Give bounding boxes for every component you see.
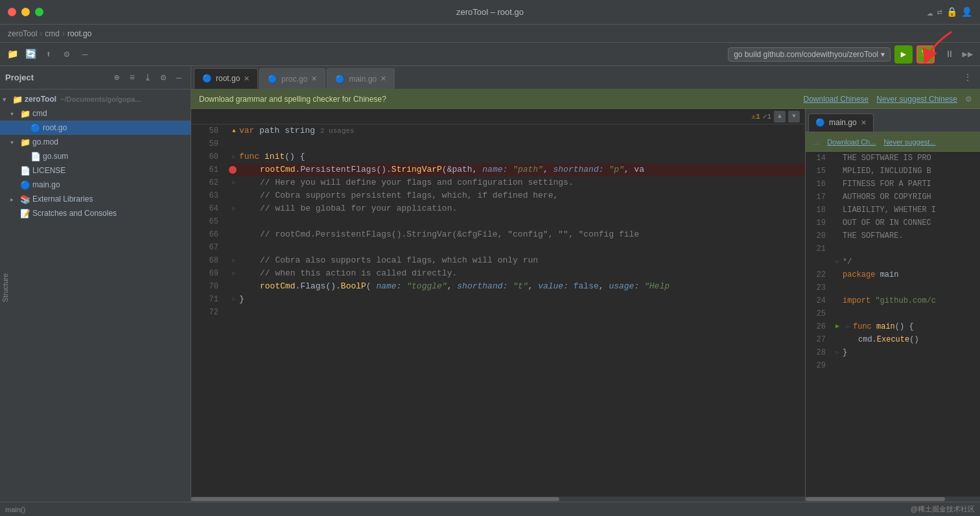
- line-marker-62: ▷: [229, 176, 239, 189]
- go-file-icon: 🔵: [19, 180, 31, 190]
- maximize-button[interactable]: [35, 8, 43, 16]
- code-line-62: ▷ // Here you will define your flags and…: [229, 176, 805, 189]
- minimize-sidebar-icon[interactable]: —: [78, 47, 92, 62]
- right-never-link[interactable]: Never suggest...: [883, 138, 935, 146]
- right-scrollbar[interactable]: [806, 497, 980, 502]
- warning-indicator: ⚠1: [752, 112, 760, 121]
- close-tab-main-go[interactable]: ✕: [380, 75, 386, 83]
- sidebar-settings-icon[interactable]: ⚙: [157, 71, 170, 84]
- never-suggest-link[interactable]: Never suggest Chinese: [876, 95, 957, 104]
- close-button[interactable]: [8, 8, 16, 16]
- lock-icon: 🔒: [946, 6, 957, 18]
- right-code-line-21b: ▷ */: [832, 255, 980, 268]
- right-scrollbar-thumb[interactable]: [806, 497, 945, 501]
- code-line-69: ▷ // when this action is called directly…: [229, 267, 805, 280]
- code-line-65: [229, 215, 805, 228]
- sidebar-item-root-go[interactable]: ▸ 🔵 root.go: [0, 121, 191, 135]
- collapse-tree-icon[interactable]: ⤓: [141, 71, 154, 84]
- expand-arrow: ▾: [3, 96, 10, 103]
- right-code-line-19: OUT OF OR IN CONNEC: [832, 217, 980, 229]
- tab-proc-go[interactable]: 🔵 proc.go ✕: [259, 68, 325, 89]
- fold-icon: ▷: [232, 293, 235, 306]
- right-code-line-14: THE SOFTWARE IS PRO: [832, 152, 980, 165]
- sync-icon: ⇄: [937, 6, 942, 18]
- sidebar-item-main-go[interactable]: ▸ 🔵 main.go: [0, 178, 191, 192]
- scrollbar-thumb[interactable]: [191, 497, 559, 501]
- fold-icon: ▷: [232, 176, 235, 189]
- sidebar-item-cmd[interactable]: ▾ 📁 cmd: [0, 106, 191, 121]
- sidebar-item-zerotool[interactable]: ▾ 📁 zeroTool ~/Documents/go/gopa...: [0, 92, 191, 106]
- file-icon: 📄: [30, 152, 41, 161]
- go-icon: 🔵: [815, 118, 825, 127]
- close-right-tab[interactable]: ✕: [861, 119, 867, 127]
- code-line-72: [229, 306, 805, 319]
- dropdown-icon: ▾: [881, 50, 885, 59]
- tab-label-main-go: main.go: [349, 75, 377, 84]
- close-tab-proc-go[interactable]: ✕: [311, 75, 317, 83]
- expand-arrow: ▾: [10, 110, 18, 117]
- right-download-link[interactable]: Download Ch...: [827, 138, 876, 146]
- run-config-text: go build github.com/codewithyou/zeroTool: [734, 50, 878, 59]
- line-marker-69: ▷: [229, 267, 239, 280]
- go-icon: 🔵: [202, 74, 212, 83]
- breadcrumb-cmd[interactable]: cmd: [45, 29, 60, 38]
- sidebar-title: Project: [5, 73, 34, 82]
- fold-icon: ▷: [232, 150, 235, 163]
- locate-file-icon[interactable]: ⊕: [110, 71, 123, 84]
- code-line-68: ▷ // Cobra also supports local flags, wh…: [229, 254, 805, 267]
- tab-bar-right: ⋮: [955, 66, 980, 89]
- right-panel: 🔵 main.go ✕ ... Download Ch... Never sug…: [805, 109, 980, 502]
- breadcrumb-project[interactable]: zeroTool: [8, 29, 37, 38]
- tab-root-go[interactable]: 🔵 root.go ✕: [194, 68, 258, 89]
- right-line-numbers: 14 15 16 17 18 19 20 21 22 23 24 25 26: [806, 152, 828, 495]
- library-icon: 📚: [19, 194, 31, 204]
- line-marker-64: ▷: [229, 202, 239, 215]
- breakpoint-61: [229, 166, 237, 174]
- nav-up-button[interactable]: ▲: [774, 111, 786, 123]
- horizontal-scrollbar[interactable]: [191, 497, 805, 502]
- sidebar-item-external-libraries[interactable]: ▸ 📚 External Libraries: [0, 192, 191, 206]
- right-code-line-20: THE SOFTWARE.: [832, 229, 980, 242]
- community-text: @稀土掘金技术社区: [911, 504, 975, 514]
- expand-arrow: ▾: [10, 139, 18, 146]
- download-chinese-link[interactable]: Download Chinese: [804, 95, 869, 104]
- run-configuration[interactable]: go build github.com/codewithyou/zeroTool…: [728, 47, 891, 62]
- sync-files-icon[interactable]: 🔄: [23, 47, 38, 62]
- run-button[interactable]: ▶: [894, 45, 913, 64]
- tab-main-go-right[interactable]: 🔵 main.go ✕: [808, 113, 874, 132]
- red-arrow-annotation: [913, 25, 964, 64]
- notification-settings-icon[interactable]: ⚙: [965, 95, 972, 104]
- right-tab-label: main.go: [829, 118, 857, 127]
- nav-down-button[interactable]: ▼: [788, 111, 800, 123]
- code-line-60: ▷ func init() {: [229, 150, 805, 163]
- code-line-67: [229, 241, 805, 254]
- right-tab-bar: 🔵 main.go ✕: [806, 109, 980, 132]
- settings-icon[interactable]: ⚙: [60, 47, 74, 62]
- breadcrumb-file[interactable]: root.go: [67, 29, 91, 38]
- right-code-line-21: [832, 242, 980, 255]
- right-code-area: 14 15 16 17 18 19 20 21 22 23 24 25 26: [806, 152, 980, 495]
- sidebar-item-go-sum[interactable]: ▸ 📄 go.sum: [0, 149, 191, 163]
- recent-files-icon[interactable]: ⋮: [961, 70, 975, 84]
- code-content[interactable]: ▲ var path string 2 usages ▷: [224, 124, 805, 495]
- cloud-icon: ☁: [927, 6, 933, 19]
- line-marker-58: ▲: [229, 124, 239, 137]
- function-indicator: main(): [5, 506, 25, 513]
- go-icon: 🔵: [335, 75, 345, 84]
- minimize-button[interactable]: [21, 8, 30, 16]
- tab-bar: 🔵 root.go ✕ 🔵 proc.go ✕ 🔵 main.go ✕ ⋮: [191, 66, 980, 89]
- tree-label-main-go: main.go: [32, 180, 60, 189]
- scratch-icon: 📝: [19, 209, 31, 218]
- expand-all-icon[interactable]: ≡: [126, 71, 139, 84]
- folder-icon: 📁: [12, 95, 23, 104]
- minimize-icon[interactable]: —: [172, 71, 185, 84]
- tab-main-go[interactable]: 🔵 main.go ✕: [327, 68, 395, 89]
- folder-icon[interactable]: 📁: [5, 47, 19, 62]
- structure-tab[interactable]: Structure: [1, 273, 9, 302]
- close-tab-root-go[interactable]: ✕: [244, 75, 250, 83]
- sidebar-item-scratches[interactable]: ▸ 📝 Scratches and Consoles: [0, 206, 191, 220]
- sidebar-item-license[interactable]: ▸ 📄 LICENSE: [0, 163, 191, 178]
- collapse-all-icon[interactable]: ⬆: [41, 47, 56, 62]
- right-code-line-26: ▶ ▷ func main() {: [832, 320, 980, 333]
- sidebar-item-go-mod-folder[interactable]: ▾ 📁 go.mod: [0, 135, 191, 149]
